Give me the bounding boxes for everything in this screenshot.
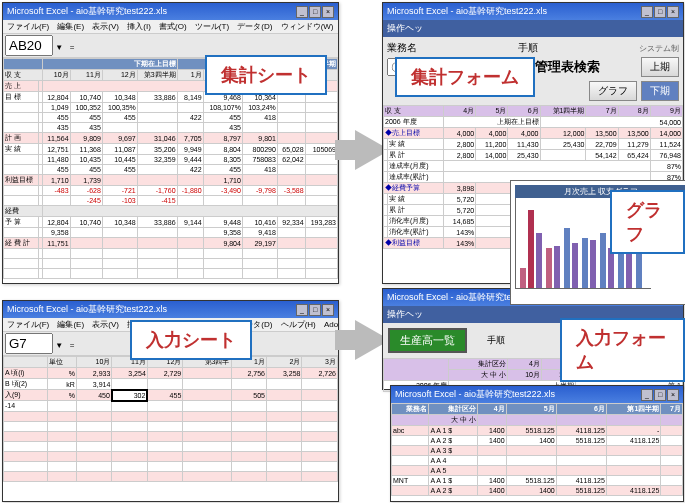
input-sheet[interactable]: 単位 10月11月12月第3四半1月2月3月 A 頃(i)% 2,9333,25… (3, 356, 338, 503)
cell: 9,358 (203, 228, 242, 238)
menu-edit[interactable]: 編集(E) (57, 22, 84, 31)
cell: -415 (137, 196, 177, 206)
col: 2月 (266, 357, 301, 368)
cell-ref-box[interactable] (5, 333, 53, 354)
cell: 29,197 (242, 238, 277, 249)
cell: 10,445 (102, 155, 137, 165)
row-name: MNT (392, 476, 429, 486)
cell (183, 368, 231, 379)
cell: 1400 (506, 436, 556, 446)
titlebar[interactable]: Microsoft Excel - aio基幹研究test222.xls _□× (383, 3, 683, 20)
col: 6月 (508, 106, 540, 117)
row-goukei: 経 費 計 (4, 238, 39, 249)
window-controls[interactable]: _□× (295, 6, 334, 18)
cell: 2,729 (147, 368, 182, 379)
window-title: Microsoft Excel - aio基幹研究test222.xls (7, 303, 167, 316)
cell: 4118.125 (606, 436, 660, 446)
cell: 2,800 (444, 150, 476, 161)
cell: 10,740 (70, 92, 102, 103)
cell: A A 3 $ (429, 446, 477, 456)
list-button[interactable]: 生産高一覧 (388, 328, 467, 353)
titlebar[interactable]: Microsoft Excel - aio基幹研究test222.xls _□× (3, 3, 338, 20)
window-controls[interactable]: _□× (640, 389, 679, 401)
menubar[interactable]: ファイル(F) 編集(E) 表示(V) 挿入(I) 書式(O) ツール(T) デ… (3, 20, 338, 34)
cell: 5,720 (444, 205, 476, 216)
cell: 10,435 (70, 155, 102, 165)
sec-keihi: ◆経費予算 (384, 183, 444, 194)
hdr-kubun: 集計区分 (449, 359, 508, 370)
row-a: A 頃(i) (4, 368, 48, 379)
next-period-button[interactable]: 下期 (641, 81, 679, 101)
cell: 800290 (242, 144, 277, 155)
menu-insert[interactable]: 挿入(I) (127, 22, 151, 31)
menu-format[interactable]: 書式(O) (159, 22, 187, 31)
cell: 143% (444, 238, 476, 249)
menu-pdf[interactable]: Adobe PDF(B) (324, 320, 338, 329)
menu-tools[interactable]: ツール(T) (195, 22, 229, 31)
cell: 87% (650, 161, 682, 172)
callout-summary-form: 集計フォーム (395, 57, 535, 97)
cell: 5518.125 (556, 486, 606, 496)
subcol: 大 中 小 (429, 415, 477, 426)
cell: 100,35% (102, 103, 137, 113)
menu-help[interactable]: ヘルプ(H) (281, 320, 316, 329)
cell: 9,418 (242, 228, 277, 238)
col: 10月 (76, 357, 111, 368)
row-sh2: 消化率(累計) (387, 227, 443, 238)
cell: 5,720 (444, 194, 476, 205)
col-kubun: 集計区分 (429, 404, 477, 415)
row-yosan: 予 算 (4, 217, 39, 228)
col-unit: 単位 (47, 357, 76, 368)
callout-summary-sheet: 集計シート (205, 55, 327, 95)
row-jisseki: 実 績 (387, 139, 443, 150)
cell: kR (47, 379, 76, 390)
label-proc: 手順 (518, 41, 538, 55)
row-rate1: 達成率(月度) (387, 161, 443, 172)
cell: 54,142 (586, 150, 618, 161)
col-q3: 第3四半期 (137, 70, 177, 81)
titlebar[interactable]: Microsoft Excel - aio基幹研究test222.xls _□× (3, 301, 338, 318)
cell: 455 (102, 113, 137, 123)
cell: 5518.125 (556, 436, 606, 446)
graph-button[interactable]: グラフ (589, 81, 637, 101)
menu-view[interactable]: 表示(V) (92, 22, 119, 31)
row-keikaku: 計 画 (4, 133, 39, 144)
cell: -721 (102, 186, 137, 196)
cell: 4,000 (444, 128, 476, 139)
cell: 4,000 (476, 128, 508, 139)
cell: % (47, 390, 76, 401)
cell: 11,087 (102, 144, 137, 155)
cell: 4,000 (508, 128, 540, 139)
window-controls[interactable]: _□× (640, 6, 679, 18)
cell: 4118.125 (606, 486, 660, 496)
cell: 1400 (477, 436, 506, 446)
window-title: Microsoft Excel - aio基幹研究test222.xls (395, 388, 555, 401)
menu-view[interactable]: 表示(V) (92, 320, 119, 329)
operation-header: 操作ヘッ (383, 20, 683, 37)
cell: -245 (70, 196, 102, 206)
cell: -3,490 (203, 186, 242, 196)
menu-file[interactable]: ファイル(F) (7, 22, 49, 31)
menu-data[interactable]: データ(D) (237, 22, 272, 31)
cell-ref-box[interactable] (5, 35, 53, 56)
active-cell[interactable]: 302 (112, 390, 147, 401)
cell: 33,886 (137, 217, 177, 228)
cell: 76,948 (650, 150, 682, 161)
cell: -1,760 (137, 186, 177, 196)
cell: -3,588 (277, 186, 305, 196)
menu-file[interactable]: ファイル(F) (7, 320, 49, 329)
window-controls[interactable]: _□× (295, 304, 334, 316)
titlebar[interactable]: Microsoft Excel - aio基幹研究test222.xls _□× (391, 386, 683, 403)
cell: 1,710 (203, 175, 242, 186)
cell: 25,430 (540, 139, 586, 150)
cell: 11,430 (508, 139, 540, 150)
menu-edit[interactable]: 編集(E) (57, 320, 84, 329)
input-data-table[interactable]: 業務名集計区分4月5月6月第1四半期7月 大 中 小 abcA A 1 $140… (391, 403, 683, 496)
cell: 11,751 (42, 238, 70, 249)
upper-button[interactable]: 上期 (641, 57, 679, 77)
cell: 9,697 (102, 133, 137, 144)
menu-window[interactable]: ウィンドウ(W) (281, 22, 334, 31)
cell: 193,283 (305, 217, 337, 228)
cell: 435 (42, 123, 70, 133)
cell: 4118.125 (556, 476, 606, 486)
